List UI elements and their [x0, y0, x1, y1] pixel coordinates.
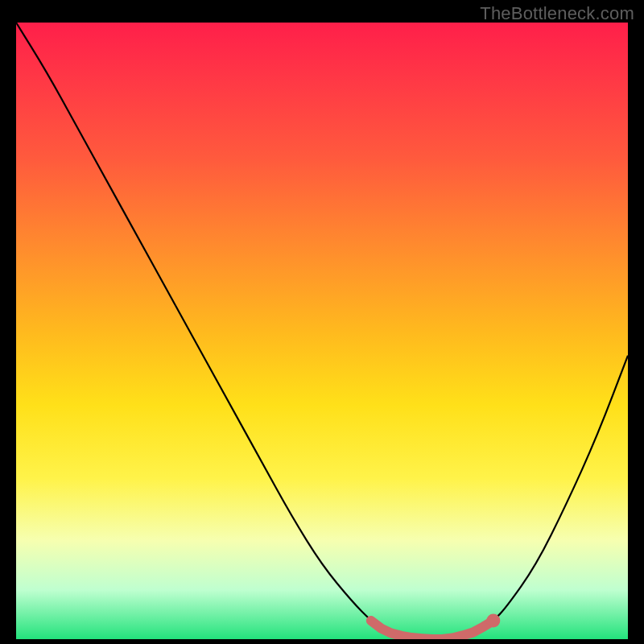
chart-frame: TheBottleneck.com — [0, 0, 644, 644]
plot-area — [16, 23, 628, 639]
attribution-text: TheBottleneck.com — [480, 3, 634, 24]
gradient-background — [16, 23, 628, 639]
